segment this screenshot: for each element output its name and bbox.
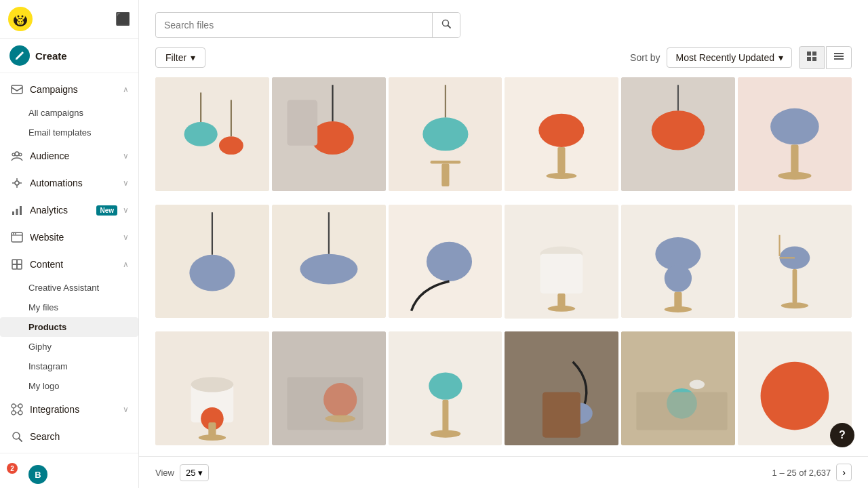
svg-point-75 (665, 264, 692, 291)
svg-point-52 (547, 173, 577, 179)
analytics-badge: New (96, 205, 117, 216)
filter-sort-row: Filter ▾ Sort by Most Recently Updated ▾ (139, 46, 868, 77)
grid-item[interactable] (272, 331, 386, 445)
filter-chevron-icon: ▾ (191, 52, 195, 63)
website-chevron: ∨ (123, 232, 129, 242)
svg-point-106 (761, 362, 829, 430)
campaigns-label: Campaigns (30, 84, 117, 95)
svg-point-2 (18, 16, 20, 18)
sidebar-sub-email-templates[interactable]: Email templates (0, 123, 138, 142)
next-page-button[interactable]: › (836, 464, 852, 481)
svg-point-50 (539, 114, 585, 147)
search-submit-button[interactable] (432, 13, 460, 37)
audience-chevron: ∨ (123, 151, 129, 161)
sidebar-sub-giphy[interactable]: Giphy (0, 337, 138, 357)
create-button[interactable]: Create (0, 39, 138, 73)
svg-point-17 (15, 233, 16, 235)
sidebar-header: ⬛ (0, 0, 138, 39)
grid-item[interactable] (389, 205, 502, 319)
sidebar-sub-products[interactable]: Products (0, 317, 138, 337)
campaigns-icon (9, 82, 24, 97)
integrations-label: Integrations (30, 404, 117, 415)
sidebar-item-audience[interactable]: Audience ∨ (0, 142, 138, 169)
sidebar-nav: Campaigns ∧ All campaigns Email template… (0, 73, 138, 453)
grid-item[interactable] (621, 205, 735, 319)
svg-point-54 (652, 110, 705, 150)
app-logo (8, 7, 33, 31)
grid-item[interactable] (505, 77, 618, 191)
analytics-label: Analytics (30, 205, 91, 216)
sidebar-sub-my-logo[interactable]: My logo (0, 376, 138, 396)
sidebar-sub-my-files[interactable]: My files (0, 298, 138, 317)
sidebar-item-campaigns[interactable]: Campaigns ∧ (0, 76, 138, 103)
list-view-button[interactable] (826, 46, 852, 69)
sidebar-item-website[interactable]: Website ∨ (0, 224, 138, 251)
sort-select[interactable]: Most Recently Updated ▾ (667, 47, 792, 68)
help-button[interactable]: ? (830, 423, 854, 447)
sidebar-sub-all-campaigns[interactable]: All campaigns (0, 103, 138, 123)
grid-item[interactable] (738, 205, 852, 319)
sidebar-toggle[interactable]: ⬛ (115, 12, 130, 26)
svg-point-25 (18, 411, 22, 415)
svg-rect-19 (17, 260, 22, 264)
user-avatar: B (28, 465, 47, 484)
grid-item[interactable] (155, 205, 269, 319)
svg-rect-76 (675, 291, 682, 308)
user-avatar-item[interactable]: 2 B (0, 459, 138, 488)
svg-point-59 (778, 172, 811, 180)
grid-item[interactable] (738, 77, 852, 191)
grid-view-button[interactable] (799, 46, 825, 69)
filter-button[interactable]: Filter ▾ (155, 47, 205, 68)
svg-point-5 (18, 21, 20, 22)
sidebar: ⬛ Create Campaigns ∧ All campaigns (0, 0, 139, 488)
svg-rect-29 (812, 52, 816, 56)
grid-item[interactable] (389, 331, 502, 445)
svg-rect-43 (287, 100, 317, 146)
svg-point-95 (429, 373, 462, 400)
svg-point-64 (300, 253, 357, 284)
svg-point-38 (219, 136, 243, 155)
svg-rect-32 (834, 53, 844, 54)
website-icon (9, 230, 24, 245)
grid-item[interactable] (272, 77, 386, 191)
svg-point-86 (191, 377, 234, 392)
pencil-icon (14, 50, 25, 61)
svg-rect-31 (812, 57, 816, 61)
sidebar-item-content[interactable]: Content ∧ (0, 251, 138, 278)
svg-rect-13 (16, 209, 18, 215)
svg-rect-70 (540, 253, 583, 293)
create-icon (9, 45, 30, 66)
grid-item[interactable] (621, 331, 735, 445)
count-select[interactable]: 25 ▾ (180, 464, 209, 481)
grid-item[interactable] (389, 77, 502, 191)
grid-item[interactable] (155, 331, 269, 445)
campaigns-chevron: ∧ (123, 85, 129, 94)
svg-point-77 (665, 306, 692, 312)
svg-point-104 (690, 380, 705, 389)
notification-badge: 2 (7, 463, 18, 474)
view-label: View (155, 468, 174, 478)
sidebar-item-automations[interactable]: Automations ∨ (0, 169, 138, 197)
grid-item[interactable] (505, 331, 618, 445)
sidebar-sub-instagram[interactable]: Instagram (0, 357, 138, 376)
svg-rect-100 (542, 392, 580, 438)
integrations-chevron: ∨ (123, 405, 129, 414)
sidebar-item-integrations[interactable]: Integrations ∨ (0, 396, 138, 423)
svg-rect-96 (442, 400, 448, 432)
svg-rect-47 (430, 161, 460, 163)
sidebar-item-search[interactable]: Search (0, 423, 138, 450)
svg-rect-33 (834, 56, 844, 57)
svg-rect-48 (441, 164, 449, 187)
svg-point-45 (422, 117, 468, 150)
grid-item[interactable] (272, 205, 386, 319)
website-label: Website (30, 232, 117, 243)
grid-item[interactable] (155, 77, 269, 191)
grid-item[interactable] (621, 77, 735, 191)
svg-rect-12 (12, 211, 14, 215)
search-input[interactable] (156, 14, 432, 36)
sidebar-sub-creative-assistant[interactable]: Creative Assistant (0, 278, 138, 298)
search-label: Search (30, 431, 129, 442)
grid-item[interactable] (505, 205, 618, 319)
sidebar-item-analytics[interactable]: Analytics New ∨ (0, 197, 138, 224)
svg-rect-92 (287, 377, 363, 430)
